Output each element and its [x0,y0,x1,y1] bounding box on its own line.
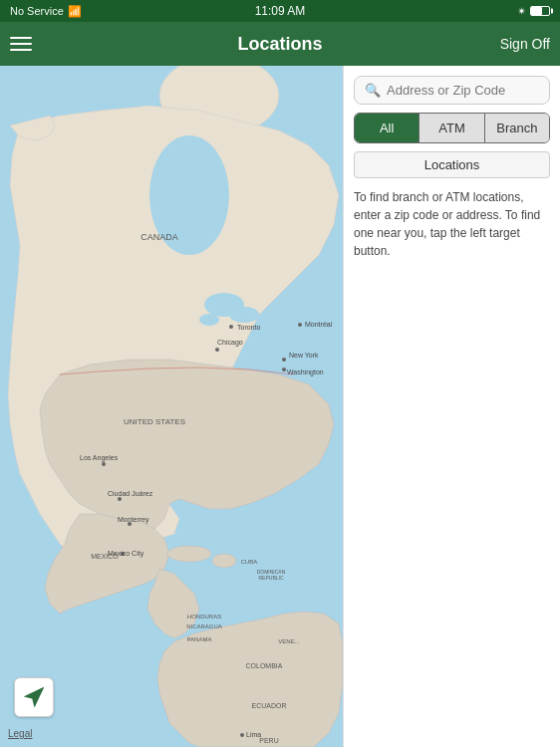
svg-point-39 [240,733,244,737]
legal-link[interactable]: Legal [8,728,32,739]
menu-button[interactable] [10,37,32,51]
filter-branch-button[interactable]: Branch [485,114,549,142]
status-time: 11:09 AM [255,4,306,18]
info-text: To find branch or ATM locations, enter a… [354,186,550,262]
svg-text:Washington: Washington [287,369,324,376]
svg-point-25 [215,348,219,352]
svg-text:HONDURAS: HONDURAS [187,614,221,620]
svg-point-4 [199,314,219,326]
svg-text:PANAMA: PANAMA [187,636,212,642]
main-container: CANADA UNITED STATES MEXICO COLOMBIA ECU… [0,66,560,747]
filter-atm-button[interactable]: ATM [420,114,484,142]
svg-text:Monterrey: Monterrey [118,516,149,524]
svg-point-7 [212,554,236,568]
signal-text: No Service [10,5,64,17]
filter-buttons: All ATM Branch [354,113,550,143]
svg-text:Toronto: Toronto [237,324,260,331]
svg-text:Ciudad Juárez: Ciudad Juárez [108,490,153,497]
svg-text:CUBA: CUBA [241,559,258,565]
svg-marker-41 [27,689,43,705]
svg-text:COLOMBIA: COLOMBIA [246,662,283,669]
map-svg: CANADA UNITED STATES MEXICO COLOMBIA ECU… [0,66,343,747]
svg-point-6 [167,546,211,562]
svg-point-27 [282,368,286,372]
svg-point-23 [282,358,286,362]
status-bar: No Service 📶 11:09 AM ✴ [0,0,560,22]
svg-text:Lima: Lima [246,731,261,738]
svg-text:REPUBLIC: REPUBLIC [258,575,283,581]
svg-text:Los Angeles: Los Angeles [80,454,119,462]
status-left: No Service 📶 [10,5,82,18]
svg-text:Mexico City: Mexico City [108,550,144,558]
status-right: ✴ [517,5,550,18]
search-bar: 🔍 [354,76,550,105]
svg-text:CANADA: CANADA [140,232,178,242]
page-title: Locations [237,34,322,55]
map-area[interactable]: CANADA UNITED STATES MEXICO COLOMBIA ECU… [0,66,343,747]
sign-on-button[interactable]: Sign Off [500,36,550,52]
svg-text:Montréal: Montréal [305,321,333,328]
svg-text:UNITED STATES: UNITED STATES [124,417,185,426]
svg-point-3 [229,307,259,323]
bluetooth-icon: ✴ [517,5,526,18]
svg-text:ECUADOR: ECUADOR [251,702,286,709]
svg-text:NICARAGUA: NICARAGUA [186,623,222,629]
svg-point-29 [298,323,302,327]
svg-point-33 [118,497,122,501]
locations-tab[interactable]: Locations [354,151,550,178]
nav-bar: Locations Sign Off [0,22,560,66]
svg-point-31 [102,462,106,466]
wifi-icon: 📶 [68,5,82,18]
svg-text:PERU: PERU [259,737,278,744]
locate-me-button[interactable] [14,677,54,717]
right-panel: 🔍 All ATM Branch Locations To find branc… [343,66,560,747]
filter-all-button[interactable]: All [355,114,420,142]
svg-point-21 [229,325,233,329]
svg-text:VENE...: VENE... [278,638,300,644]
battery-icon [530,6,550,16]
svg-text:New York: New York [289,352,319,359]
location-arrow-icon [24,687,44,707]
svg-text:Chicago: Chicago [217,339,243,347]
search-input[interactable] [387,83,539,98]
search-icon: 🔍 [365,83,381,98]
